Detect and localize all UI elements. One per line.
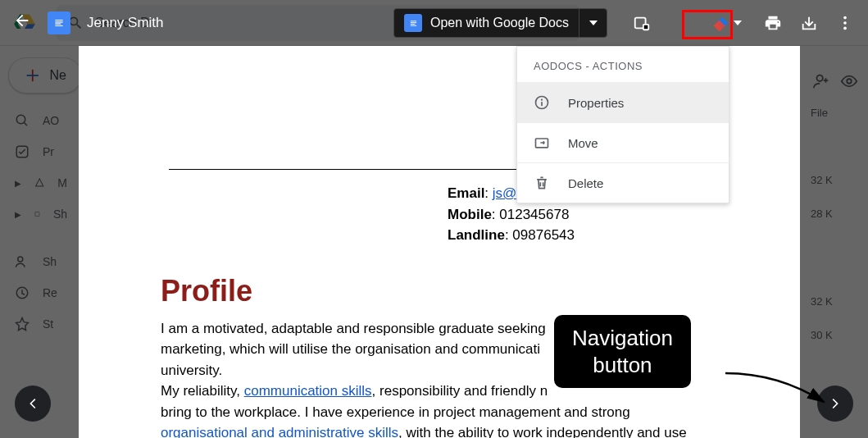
open-with-button[interactable]: Open with Google Docs [393, 8, 607, 38]
more-icon[interactable] [835, 13, 855, 33]
aodocs-menu-delete[interactable]: Delete [517, 162, 729, 203]
aodocs-actions-button[interactable] [709, 13, 747, 33]
email-label: Email [448, 185, 484, 201]
google-docs-icon [48, 11, 70, 34]
aodocs-menu-move[interactable]: Move [517, 122, 729, 162]
svg-point-13 [843, 27, 847, 30]
link-communication-skills[interactable]: communication skills [244, 383, 372, 399]
open-external-icon[interactable] [632, 13, 652, 33]
svg-point-11 [843, 16, 847, 20]
svg-point-15 [541, 99, 543, 101]
menu-item-label: Properties [568, 96, 624, 110]
annotation-tooltip: Navigation button [554, 315, 691, 388]
preview-header: Jenny Smith Open with Google Docs [0, 0, 868, 46]
mobile-label: Mobile [448, 207, 492, 222]
svg-rect-16 [541, 102, 543, 106]
document-title: Jenny Smith [87, 15, 164, 31]
info-icon [534, 94, 550, 111]
move-icon [534, 135, 550, 151]
google-docs-icon [404, 14, 422, 32]
back-arrow-icon[interactable] [13, 11, 31, 34]
link-organisational-skills[interactable]: organisational and administrative skills [161, 425, 398, 438]
print-icon[interactable] [763, 13, 783, 33]
svg-point-12 [843, 21, 847, 25]
download-icon[interactable] [799, 13, 819, 33]
annotation-line2: button [572, 352, 673, 379]
open-with-caret[interactable] [579, 9, 607, 37]
chevron-down-icon [734, 19, 742, 27]
aodocs-actions-menu: AODOCS - ACTIONS Properties Move Delete [516, 46, 729, 203]
svg-rect-8 [643, 25, 648, 30]
aodocs-menu-header: AODOCS - ACTIONS [517, 47, 729, 82]
trash-icon [534, 175, 550, 191]
landline-label: Landline [448, 227, 505, 243]
aodocs-menu-properties[interactable]: Properties [517, 82, 729, 122]
chevron-left-icon [25, 396, 40, 411]
menu-item-label: Delete [568, 176, 603, 190]
landline-value: 09876543 [512, 227, 575, 243]
prev-button[interactable] [15, 386, 51, 422]
menu-item-label: Move [568, 136, 598, 150]
open-with-label: Open with Google Docs [430, 16, 569, 30]
mobile-value: 012345678 [499, 207, 569, 222]
annotation-line1: Navigation [572, 325, 673, 352]
aodocs-logo-icon [711, 11, 734, 34]
annotation-arrow-icon [721, 369, 836, 410]
profile-heading: Profile [161, 269, 718, 313]
chevron-down-icon [589, 19, 598, 27]
